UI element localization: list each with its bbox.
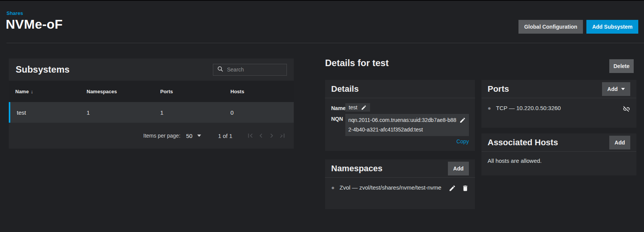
port-item-actions	[623, 103, 630, 113]
hosts-empty-message: All hosts are allowed.	[481, 152, 636, 170]
first-page-icon[interactable]	[245, 131, 255, 141]
namespace-item-actions	[449, 183, 469, 192]
sort-descending-icon: ↓	[31, 89, 33, 94]
previous-page-icon[interactable]	[256, 131, 266, 141]
namespaces-card: Namespaces Add ● Zvol — zvol/test/shares…	[325, 159, 475, 209]
column-header-hosts[interactable]: Hosts	[224, 89, 294, 94]
port-list-item: ● TCP — 10.220.0.50:3260	[481, 98, 636, 118]
name-label: Name	[331, 103, 345, 111]
nqn-value-chip: nqn.2011-06.com.truenas:uuid:32db7ae8-b8…	[345, 114, 469, 136]
header-divider	[6, 43, 644, 43]
details-card-header: Details	[325, 80, 475, 98]
details-card: Details Name test NQN nqn.2011-06.com.tr…	[325, 80, 475, 151]
global-configuration-button[interactable]: Global Configuration	[518, 20, 583, 34]
nqn-label: NQN	[331, 114, 345, 122]
bullet-icon: ●	[331, 183, 335, 192]
edit-namespace-icon[interactable]	[449, 185, 456, 192]
items-per-page-label: Items per page:	[143, 133, 180, 139]
search-icon	[217, 66, 224, 74]
delete-button[interactable]: Delete	[609, 59, 634, 73]
namespace-list-item: ● Zvol — zvol/test/shares/nvme/test-nvme	[325, 178, 475, 197]
name-value-chip: test	[345, 103, 370, 112]
paginator: Items per page: 50 1 of 1	[9, 123, 294, 149]
cell-namespaces: 1	[80, 109, 154, 116]
nvme-of-page: Shares NVMe-oF Global Configuration Add …	[0, 0, 644, 232]
edit-name-icon[interactable]	[361, 105, 367, 110]
subsystems-title: Subsystems	[16, 64, 69, 75]
namespace-item-label: Zvol — zvol/test/shares/nvme/test-nvme	[340, 183, 449, 192]
ports-card: Ports Add ● TCP — 10.220.0.50:3260	[481, 80, 636, 128]
bullet-icon: ●	[488, 103, 491, 113]
page-title: NVMe-oF	[6, 17, 63, 32]
subsystems-titlebar: Subsystems	[9, 58, 294, 81]
nqn-value: nqn.2011-06.com.truenas:uuid:32db7ae8-b8…	[348, 115, 457, 135]
subsystems-table-header: Name ↓ Namespaces Ports Hosts	[9, 81, 294, 102]
delete-namespace-icon[interactable]	[462, 185, 469, 192]
add-port-caret-icon	[621, 88, 625, 90]
port-item-label: TCP — 10.220.0.50:3260	[496, 103, 623, 113]
unlink-port-icon[interactable]	[623, 105, 630, 113]
name-value: test	[349, 104, 357, 110]
edit-nqn-icon[interactable]	[459, 115, 466, 123]
breadcrumb-shares[interactable]: Shares	[6, 10, 23, 16]
cell-ports: 1	[154, 109, 224, 116]
nqn-field-row: NQN nqn.2011-06.com.truenas:uuid:32db7ae…	[331, 114, 469, 136]
namespaces-card-header: Namespaces Add	[325, 159, 475, 178]
column-header-namespaces[interactable]: Namespaces	[80, 89, 154, 94]
items-per-page-select[interactable]: 50	[186, 133, 193, 139]
table-row-test[interactable]: test 1 1 0	[9, 102, 294, 123]
associated-hosts-card: Associated Hosts Add All hosts are allow…	[481, 133, 636, 175]
add-host-button[interactable]: Add	[609, 136, 630, 149]
cell-name: test	[10, 109, 80, 116]
header-actions: Global Configuration Add Subsystem	[518, 20, 638, 34]
namespaces-card-title: Namespaces	[331, 164, 383, 174]
subsystems-panel: Subsystems Name ↓ Namespaces Ports Hosts	[9, 58, 294, 149]
name-field-row: Name test	[331, 103, 469, 112]
copy-nqn-link[interactable]: Copy	[331, 138, 469, 144]
ports-card-title: Ports	[488, 84, 509, 94]
next-page-icon[interactable]	[267, 131, 276, 141]
last-page-icon[interactable]	[277, 131, 287, 141]
hosts-card-title: Associated Hosts	[488, 138, 558, 148]
items-per-page-caret-icon[interactable]	[197, 135, 201, 137]
details-card-body: Name test NQN nqn.2011-06.com.truenas:uu…	[325, 98, 475, 144]
search-box[interactable]	[213, 64, 287, 76]
page-range-label: 1 of 1	[218, 133, 232, 139]
column-header-ports[interactable]: Ports	[154, 89, 224, 94]
cell-hosts: 0	[224, 109, 294, 116]
add-namespace-button[interactable]: Add	[448, 162, 469, 175]
details-heading: Details for test	[325, 58, 389, 68]
add-port-button[interactable]: Add	[602, 82, 630, 96]
search-input[interactable]	[227, 67, 283, 73]
pager-controls	[245, 131, 287, 141]
hosts-card-header: Associated Hosts Add	[481, 133, 636, 152]
details-card-title: Details	[331, 84, 359, 94]
ports-card-header: Ports Add	[481, 80, 636, 98]
add-subsystem-button[interactable]: Add Subsystem	[586, 20, 638, 34]
column-header-name[interactable]: Name ↓	[9, 89, 80, 94]
